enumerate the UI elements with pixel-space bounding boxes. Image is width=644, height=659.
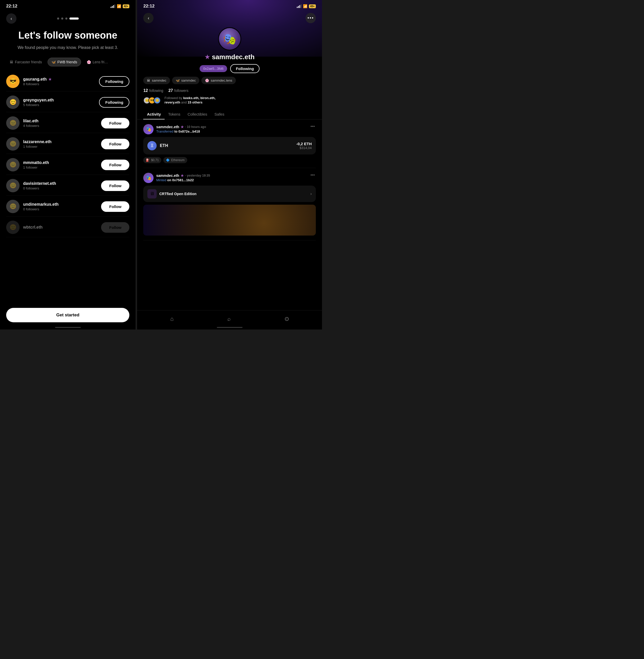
- followed-by-section: 😐 😎 😊 Followed by keeks.eth, biron.eth,r…: [137, 96, 322, 105]
- dot-3: [65, 18, 67, 20]
- dot-1: [57, 18, 59, 20]
- hero-title: Let's follow someone: [6, 30, 129, 41]
- ethereum-icon: 🔷: [166, 158, 170, 162]
- avatar: 😑: [6, 158, 20, 172]
- signal-icon: [297, 4, 301, 8]
- follow-button-3[interactable]: Follow: [101, 139, 129, 149]
- avatar: 😑: [6, 137, 20, 151]
- follow-button-7[interactable]: Follow: [101, 222, 129, 233]
- person-followers: 1 follower: [23, 145, 101, 149]
- activity-user: 🎭 sammdec.eth ★ · yesterday 19:35 Minted…: [143, 173, 210, 183]
- person-name: davisinternet.eth: [23, 181, 101, 186]
- person-name: undinemarkus.eth: [23, 202, 101, 207]
- person-followers: 5 followers: [23, 103, 99, 107]
- get-started-button[interactable]: Get started: [6, 308, 129, 322]
- handle-chip-fwb[interactable]: 🦋 sammdec: [172, 77, 199, 84]
- left-content: Let's follow someone We found people you…: [0, 24, 136, 330]
- following-button-1[interactable]: Following: [99, 97, 129, 108]
- activity-star-icon: ★: [181, 125, 184, 129]
- tab-safes[interactable]: Safes: [211, 109, 228, 119]
- list-item: 😊 greynguyen.eth 5 followers Following: [6, 92, 129, 112]
- nft-image-preview: [143, 205, 316, 236]
- back-button[interactable]: ‹: [6, 14, 17, 24]
- avatar-emoji: 😑: [9, 224, 17, 230]
- gas-icon: ⛽: [146, 158, 150, 162]
- following-stat[interactable]: 12 following: [143, 88, 163, 93]
- get-started-bar: Get started: [0, 304, 136, 330]
- token-usd: $314,04: [296, 146, 312, 150]
- left-panel: 22:12 📶 42+ ‹ Let's follow someone We fo…: [0, 0, 136, 330]
- token-name: ETH: [160, 144, 168, 148]
- follow-button-2[interactable]: Follow: [101, 118, 129, 129]
- list-item: 😑 lazzarenne.eth 1 follower Follow: [6, 134, 129, 154]
- tab-collectibles[interactable]: Collectibles: [184, 109, 211, 119]
- status-bar-left: 22:12 📶 42+: [0, 0, 136, 11]
- right-scroll-area: 🎭 ★ sammdec.eth 0x2ae5...3fd6 Following …: [137, 25, 322, 330]
- tab-lens[interactable]: 🌸 Lens fri…: [83, 58, 112, 66]
- star-icon: ★: [48, 77, 52, 81]
- profile-nav-button[interactable]: ⊙: [280, 314, 293, 323]
- activity-username: sammdec.eth ★ · yesterday 19:35: [156, 174, 210, 178]
- search-nav-button[interactable]: ⌕: [223, 314, 235, 323]
- followers-stat[interactable]: 27 followers: [168, 88, 188, 93]
- person-followers: 0 followers: [23, 207, 101, 211]
- activity-item-2: 🎭 sammdec.eth ★ · yesterday 19:35 Minted…: [143, 168, 316, 240]
- nft-card[interactable]: 🖥 CRTfied Open Edition ›: [143, 185, 316, 202]
- tab-tokens[interactable]: Tokens: [165, 109, 184, 119]
- search-icon: ⌕: [227, 315, 231, 322]
- ellipsis-icon: •••: [307, 16, 314, 21]
- profile-icon: ⊙: [284, 315, 289, 322]
- address-badge[interactable]: 0x2ae5...3fd6: [200, 65, 227, 72]
- tab-farcaster[interactable]: 🏛 Farcaster friends: [6, 58, 46, 66]
- person-name: greynguyen.eth: [23, 98, 99, 103]
- list-item: 😑 undinemarkus.eth 0 followers Follow: [6, 197, 129, 217]
- activity-more-button[interactable]: •••: [309, 124, 316, 129]
- tab-fwb-label: FWB friends: [58, 60, 77, 64]
- mini-avatars: 😐 😎 😊: [143, 97, 159, 104]
- person-followers: 4 followers: [23, 124, 101, 128]
- home-nav-button[interactable]: ⌂: [166, 314, 178, 323]
- fwb-icon: 🦋: [51, 60, 56, 64]
- gas-tag: ⛽ $0,71: [143, 157, 161, 163]
- signal-icon: [111, 4, 115, 8]
- tab-activity[interactable]: Activity: [143, 109, 164, 119]
- activity-header: 🎭 sammdec.eth ★ · 10 hours ago Transferr…: [143, 124, 316, 134]
- more-options-button[interactable]: •••: [305, 13, 316, 23]
- follow-button-5[interactable]: Follow: [101, 180, 129, 191]
- person-list: 😎 gaurang.eth ★ 8 followers Following 😊: [6, 71, 129, 259]
- profile-following-button[interactable]: Following: [230, 64, 259, 73]
- activity-meta: sammdec.eth ★ · 10 hours ago Transferred…: [156, 125, 206, 133]
- avatar-emoji: 😑: [9, 120, 17, 126]
- avatar: 😑: [6, 200, 20, 213]
- handle-chip-lens[interactable]: 🌸 sammdec.lens: [201, 77, 236, 84]
- nft-left: 🖥 CRTfied Open Edition: [147, 189, 197, 198]
- eth-icon: Ξ: [147, 141, 157, 150]
- avatar-emoji: 😑: [9, 140, 17, 147]
- following-button-0[interactable]: Following: [99, 76, 129, 87]
- home-indicator: [55, 327, 81, 328]
- followed-by-text: Followed by keeks.eth, biron.eth,revery.…: [164, 96, 215, 105]
- tab-farcaster-label: Farcaster friends: [15, 60, 42, 64]
- profile-section: 🎭 ★ sammdec.eth 0x2ae5...3fd6 Following: [137, 27, 322, 73]
- follow-button-6[interactable]: Follow: [101, 201, 129, 212]
- lens-handle-icon: 🌸: [205, 79, 209, 82]
- right-header: ‹ •••: [137, 11, 322, 25]
- back-arrow-icon: ‹: [147, 16, 149, 21]
- activity-avatar: 🎭: [143, 173, 154, 183]
- status-bar-right: 22:12 📶 43+: [137, 0, 322, 11]
- tab-fwb[interactable]: 🦋 FWB friends: [48, 58, 81, 66]
- follow-button-4[interactable]: Follow: [101, 160, 129, 170]
- person-followers: 1 follower: [23, 166, 101, 169]
- token-left: Ξ ETH: [147, 141, 168, 150]
- avatar-character: 🎭: [223, 33, 236, 45]
- wifi-icon: 📶: [303, 4, 307, 8]
- activity-more-button-2[interactable]: •••: [309, 173, 316, 177]
- person-info: wbtcrl.eth: [23, 225, 101, 229]
- activity-action: Minted on 0x7581...1b22: [156, 178, 210, 182]
- handle-chip-farcaster[interactable]: 🏛 sammdec: [143, 77, 170, 84]
- activity-avatar: 🎭: [143, 124, 154, 134]
- left-status-icons: 📶 42+: [111, 4, 130, 8]
- content-tabs: Activity Tokens Collectibles Safes: [137, 109, 322, 119]
- right-back-button[interactable]: ‹: [143, 13, 154, 23]
- activity-username: sammdec.eth ★ · 10 hours ago: [156, 125, 206, 129]
